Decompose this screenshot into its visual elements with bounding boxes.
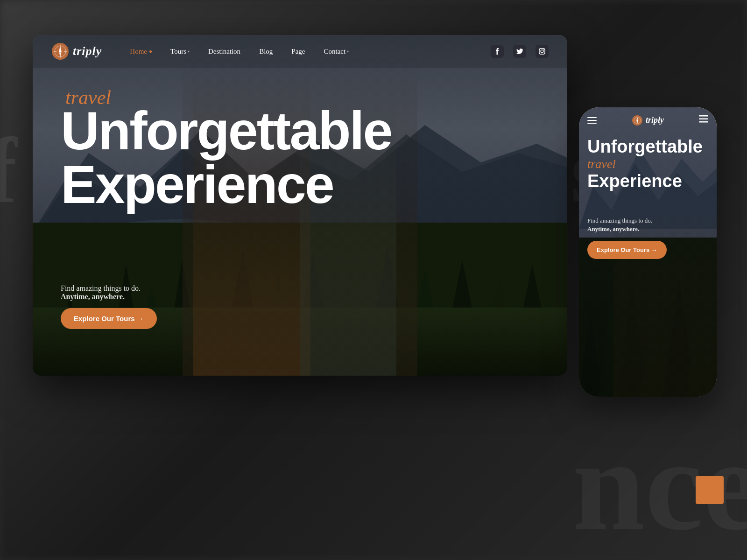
desktop-mockup: triply Home Tours ▾ Destination Blog Pag… [33, 35, 567, 376]
mobile-hero-title-line2: Experience [587, 172, 708, 191]
mobile-logo[interactable]: triply [632, 115, 664, 126]
desktop-navbar: triply Home Tours ▾ Destination Blog Pag… [33, 35, 567, 68]
mobile-hero-description: Find amazing things to do. Anytime, anyw… [587, 217, 708, 233]
nav-link-page[interactable]: Page [291, 48, 305, 56]
mobile-hamburger-icon[interactable] [587, 117, 597, 124]
nav-link-destination[interactable]: Destination [208, 48, 240, 56]
svg-rect-44 [699, 115, 708, 117]
twitter-icon[interactable] [513, 45, 526, 58]
mobile-more-icon[interactable] [699, 115, 708, 125]
svg-rect-45 [699, 119, 708, 120]
svg-rect-46 [699, 121, 708, 123]
mobile-logo-text: triply [646, 115, 664, 125]
svg-point-28 [541, 50, 543, 53]
mobile-compass-icon [632, 115, 643, 126]
facebook-icon[interactable] [491, 45, 504, 58]
desktop-logo[interactable]: triply [51, 42, 102, 60]
mobile-mockup: triply Unforgettable travel Experience F… [579, 107, 717, 397]
nav-link-contact[interactable]: Contact ▾ [324, 48, 349, 56]
desktop-nav-links: Home Tours ▾ Destination Blog Page Conta… [130, 48, 491, 56]
desktop-explore-button[interactable]: Explore Our Tours → [61, 308, 157, 329]
mobile-hero-italic-label: travel [587, 158, 708, 170]
desktop-hero-content: travel Unforgettable Experience [61, 86, 392, 211]
desktop-subtext: Find amazing things to do. Anytime, anyw… [61, 284, 141, 301]
nav-active-dot [149, 50, 152, 53]
mobile-navbar: triply [579, 107, 717, 133]
svg-point-29 [543, 49, 544, 50]
mobile-hero-title-line1: Unforgettable [587, 138, 708, 156]
hero-title-line1: Unforgettable [61, 104, 392, 158]
compass-icon [51, 42, 69, 60]
orange-accent-decoration [696, 476, 724, 504]
bg-decorative-text-left: f [0, 117, 17, 224]
svg-point-43 [637, 119, 638, 121]
desktop-logo-text: triply [73, 44, 102, 58]
nav-link-tours[interactable]: Tours ▾ [170, 48, 190, 56]
instagram-icon[interactable] [536, 45, 549, 58]
mobile-hero-content: Unforgettable travel Experience Find ama… [587, 138, 708, 259]
svg-point-22 [59, 50, 62, 53]
svg-rect-27 [539, 49, 545, 54]
hero-title-line2: Experience [61, 158, 392, 211]
social-icons [491, 45, 549, 58]
nav-link-blog[interactable]: Blog [259, 48, 273, 56]
mobile-explore-button[interactable]: Explore Our Tours → [587, 241, 667, 259]
nav-link-home[interactable]: Home [130, 48, 152, 56]
